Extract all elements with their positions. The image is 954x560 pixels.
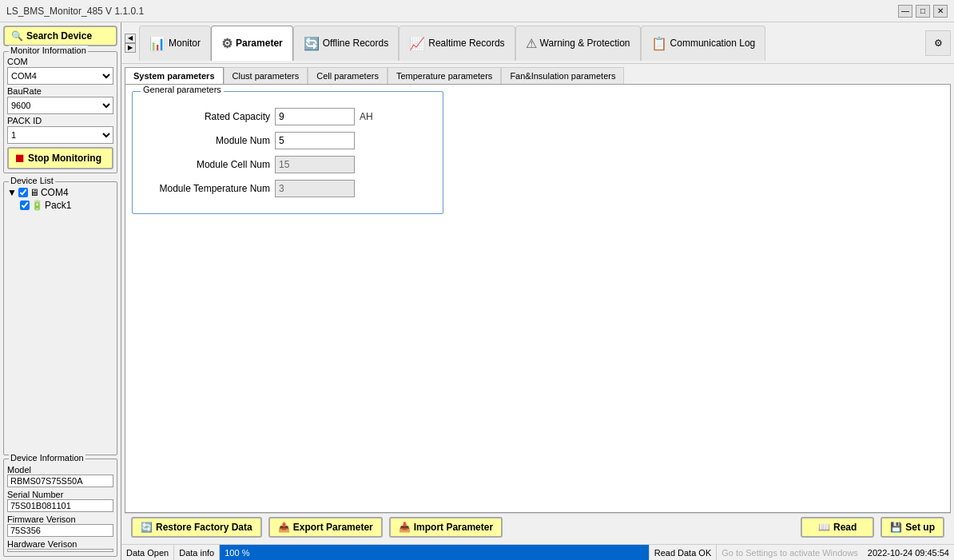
- model-label: Model: [7, 465, 113, 475]
- rated-capacity-input[interactable]: [275, 108, 355, 125]
- restore-icon: 🔄: [141, 522, 153, 533]
- pack1-checkbox[interactable]: [20, 201, 30, 210]
- module-num-row: Module Num: [142, 132, 433, 149]
- monitor-tab-icon: 📊: [149, 36, 165, 51]
- tree-item-pack1[interactable]: 🔋 Pack1: [20, 200, 113, 211]
- tree-item-com4[interactable]: ▼ 🖥 COM4: [7, 187, 113, 198]
- import-parameter-button[interactable]: 📥 Import Parameter: [389, 517, 503, 538]
- parameter-tab-label: Parameter: [236, 38, 283, 49]
- progress-text: 100 %: [220, 548, 254, 558]
- param-tab-fan[interactable]: Fan&Insulation parameters: [501, 67, 624, 84]
- stop-icon: ⏹: [14, 152, 25, 165]
- monitor-tab-label: Monitor: [169, 38, 201, 49]
- param-content: General parameters Rated Capacity AH Mod…: [125, 84, 951, 513]
- param-tabs: System parameters Clust parameters Cell …: [125, 67, 951, 84]
- search-icon: 🔍: [11, 30, 23, 42]
- general-params-box: General parameters Rated Capacity AH Mod…: [132, 91, 443, 214]
- firmware-label: Firmware Verison: [7, 514, 113, 524]
- tab-parameter[interactable]: ⚙ Parameter: [211, 26, 293, 61]
- offline-tab-label: Offline Records: [323, 38, 388, 49]
- setup-label: Set up: [905, 522, 935, 533]
- com-select[interactable]: COM4: [7, 67, 113, 85]
- minimize-button[interactable]: —: [898, 5, 912, 18]
- datetime-display: 2022-10-24 09:45:54: [863, 548, 954, 558]
- titlebar: LS_BMS_Monitor_485 V 1.1.0.1 — □ ✕: [0, 0, 954, 22]
- nav-bar: ◀ ▶ 📊 Monitor ⚙ Parameter 🔄 Offline Reco…: [121, 22, 954, 64]
- content-area: ◀ ▶ 📊 Monitor ⚙ Parameter 🔄 Offline Reco…: [121, 22, 954, 560]
- param-tab-temperature[interactable]: Temperature parameters: [388, 67, 501, 84]
- module-num-input[interactable]: [275, 132, 355, 149]
- rated-capacity-row: Rated Capacity AH: [142, 108, 433, 125]
- progress-bar: 100 %: [220, 545, 649, 560]
- export-parameter-button[interactable]: 📤 Export Parameter: [268, 517, 383, 538]
- pack-select[interactable]: 1: [7, 126, 113, 144]
- module-num-label: Module Num: [142, 135, 270, 146]
- pack1-icon: 🔋: [31, 200, 43, 211]
- import-icon: 📥: [399, 522, 411, 533]
- stop-monitoring-button[interactable]: ⏹ Stop Monitoring: [7, 147, 113, 169]
- read-label: Read: [833, 522, 857, 533]
- device-list-group: Device List ▼ 🖥 COM4 🔋 Pack1: [3, 181, 117, 455]
- param-tab-system[interactable]: System parameters: [125, 67, 224, 84]
- realtime-tab-icon: 📈: [409, 36, 425, 51]
- export-label: Export Parameter: [293, 522, 373, 533]
- device-info-title: Device Information: [9, 453, 85, 463]
- param-tab-clust[interactable]: Clust parameters: [224, 67, 308, 84]
- tab-realtime[interactable]: 📈 Realtime Records: [399, 26, 515, 61]
- device-info-group: Device Information Model RBMS07S75S50A S…: [3, 459, 117, 557]
- settings-button[interactable]: ⚙: [925, 30, 951, 56]
- parameter-tab-icon: ⚙: [221, 36, 233, 51]
- warning-tab-icon: ⚠: [526, 36, 537, 51]
- setup-icon: 💾: [890, 522, 902, 533]
- serial-value: 75S01B081101: [7, 499, 113, 512]
- close-button[interactable]: ✕: [933, 5, 948, 18]
- setup-button[interactable]: 💾 Set up: [880, 517, 944, 538]
- serial-label: Serial Number: [7, 490, 113, 499]
- module-temp-num-row: Module Temperature Num: [142, 180, 433, 197]
- nav-right-button[interactable]: ▶: [125, 43, 136, 53]
- model-value: RBMS07S75S50A: [7, 475, 113, 487]
- status-bar: Data Open Data info 100 % Read Data OK G…: [121, 544, 954, 560]
- app-title: LS_BMS_Monitor_485 V 1.1.0.1: [6, 6, 144, 17]
- hardware-value: [7, 549, 113, 552]
- device-list-title: Device List: [9, 176, 55, 185]
- offline-tab-icon: 🔄: [304, 36, 320, 51]
- general-params-title: General parameters: [141, 85, 224, 94]
- search-device-label: Search Device: [26, 30, 92, 42]
- export-icon: 📤: [278, 522, 290, 533]
- baud-select[interactable]: 9600: [7, 97, 113, 114]
- module-temp-num-label: Module Temperature Num: [142, 183, 270, 194]
- realtime-tab-label: Realtime Records: [428, 38, 504, 49]
- restore-label: Restore Factory Data: [156, 522, 252, 533]
- monitor-info-title: Monitor Information: [9, 46, 88, 55]
- pack-label: PACK ID: [7, 116, 113, 125]
- comlog-tab-label: Communication Log: [670, 38, 756, 49]
- rated-capacity-unit: AH: [360, 111, 373, 122]
- rated-capacity-label: Rated Capacity: [142, 111, 270, 122]
- progress-fill: [220, 545, 648, 560]
- comlog-tab-icon: 📋: [651, 36, 667, 51]
- windows-watermark: Go to Settings to activate Windows: [717, 548, 863, 558]
- read-button[interactable]: 📖 Read: [801, 517, 874, 538]
- com4-checkbox[interactable]: [18, 188, 28, 197]
- param-tab-cell[interactable]: Cell parameters: [308, 67, 388, 84]
- sidebar: 🔍 Search Device Monitor Information COM …: [0, 22, 121, 560]
- data-open-status: Data Open: [121, 545, 174, 560]
- nav-left-button[interactable]: ◀: [125, 34, 136, 43]
- tab-monitor[interactable]: 📊 Monitor: [139, 26, 211, 61]
- maximize-button[interactable]: □: [916, 5, 930, 18]
- tab-comlog[interactable]: 📋 Communication Log: [641, 26, 766, 61]
- import-label: Import Parameter: [414, 522, 493, 533]
- tab-warning[interactable]: ⚠ Warning & Protection: [515, 26, 641, 61]
- window-controls: — □ ✕: [898, 5, 948, 18]
- param-area: System parameters Clust parameters Cell …: [121, 64, 954, 544]
- hardware-label: Hardware Verison: [7, 539, 113, 549]
- bottom-bar: 🔄 Restore Factory Data 📤 Export Paramete…: [125, 513, 951, 541]
- restore-factory-button[interactable]: 🔄 Restore Factory Data: [131, 517, 262, 538]
- search-device-button[interactable]: 🔍 Search Device: [3, 26, 117, 46]
- tab-offline[interactable]: 🔄 Offline Records: [293, 26, 399, 61]
- module-temp-num-input: [275, 180, 355, 197]
- data-info-status: Data info: [174, 545, 220, 560]
- settings-icon: ⚙: [934, 38, 943, 49]
- main-container: 🔍 Search Device Monitor Information COM …: [0, 22, 954, 560]
